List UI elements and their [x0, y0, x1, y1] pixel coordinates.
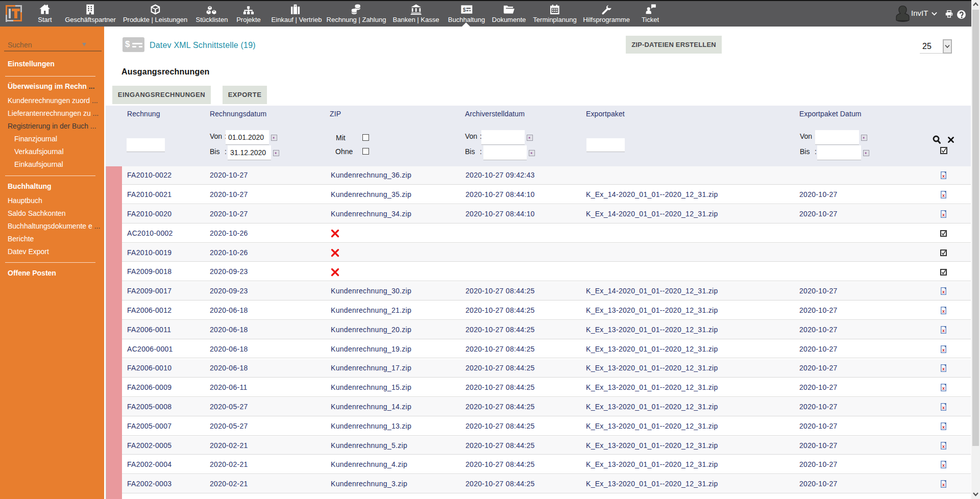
svg-text:$: $ [463, 7, 466, 13]
svg-text:x: x [942, 463, 945, 468]
svg-text:x: x [942, 212, 945, 217]
svg-text:x: x [942, 173, 945, 179]
svg-text:x: x [942, 425, 945, 430]
svg-text:x: x [942, 289, 945, 294]
svg-text:x: x [942, 405, 945, 410]
svg-text:x: x [942, 347, 945, 353]
svg-text:x: x [942, 309, 945, 314]
svg-text:x: x [942, 386, 945, 391]
svg-text:x: x [942, 482, 945, 487]
svg-text:x: x [942, 328, 945, 333]
svg-text:x: x [942, 193, 945, 198]
svg-text:x: x [942, 444, 945, 449]
svg-text:x: x [942, 366, 945, 371]
